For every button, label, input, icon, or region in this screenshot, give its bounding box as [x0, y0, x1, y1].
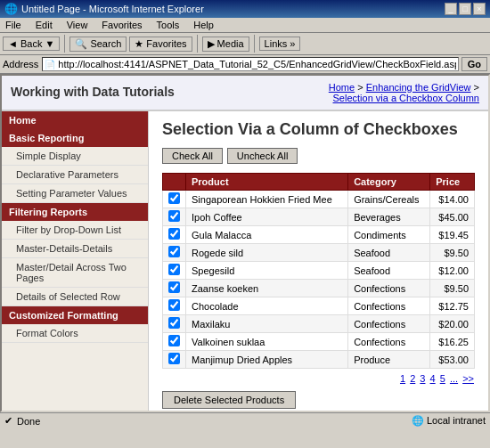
address-bar: Address 📄 Go: [0, 55, 490, 74]
search-button[interactable]: 🔍 Search: [69, 37, 127, 52]
row-product: Valkoinen suklaa: [186, 333, 348, 351]
nav-master-detail-two[interactable]: Master/Detail Across Two Pages: [2, 258, 148, 288]
row-product: Rogede sild: [186, 244, 348, 262]
site-title: Working with Data Tutorials: [11, 80, 175, 103]
page-4[interactable]: 4: [430, 373, 436, 384]
uncheck-all-button[interactable]: Uncheck All: [227, 148, 298, 164]
table-row: Zaanse koeken Confections $9.50: [163, 280, 475, 297]
delete-btn-container: Delete Selected Products: [162, 391, 475, 409]
row-checkbox[interactable]: [168, 246, 180, 257]
row-category: Beverages: [348, 208, 430, 226]
row-category: Condiments: [348, 226, 430, 244]
page-2[interactable]: 2: [410, 373, 415, 384]
col-header-price: Price: [430, 174, 475, 191]
table-row: Manjimup Dried Apples Produce $53.00: [163, 351, 475, 369]
row-checkbox-cell: [163, 208, 186, 226]
media-button[interactable]: ▶ Media: [202, 37, 249, 52]
breadcrumb-home[interactable]: Home: [329, 82, 355, 93]
page-3[interactable]: 3: [420, 373, 425, 384]
check-buttons-row: Check All Uncheck All: [162, 148, 475, 164]
row-checkbox[interactable]: [168, 299, 180, 311]
row-checkbox[interactable]: [168, 228, 180, 240]
status-done-icon: ✔: [4, 415, 12, 427]
maximize-button[interactable]: □: [459, 3, 471, 15]
row-price: $53.00: [430, 351, 475, 369]
menu-favorites[interactable]: Favorites: [99, 19, 144, 31]
row-category: Produce: [348, 351, 430, 369]
ie-logo: 🌐: [4, 3, 18, 15]
page-5[interactable]: 5: [440, 373, 445, 384]
menu-file[interactable]: File: [3, 19, 24, 31]
toolbar: ◄ Back ▼ 🔍 Search ★ Favorites ▶ Media Li…: [0, 33, 490, 55]
menu-help[interactable]: Help: [191, 19, 216, 31]
menu-tools[interactable]: Tools: [154, 19, 183, 31]
page-ellipsis[interactable]: ...: [450, 373, 458, 384]
row-category: Seafood: [348, 244, 430, 262]
col-header-checkbox: [163, 174, 186, 191]
nav-filter-dropdown[interactable]: Filter by Drop-Down List: [2, 221, 148, 240]
delete-selected-button[interactable]: Delete Selected Products: [162, 391, 296, 409]
page-header: Working with Data Tutorials Home > Enhan…: [2, 76, 488, 111]
nav-declarative-params[interactable]: Declarative Parameters: [2, 166, 148, 184]
table-row: Spegesild Seafood $12.00: [163, 262, 475, 280]
title-bar-controls[interactable]: _ □ ×: [445, 3, 486, 15]
row-category: Confections: [348, 280, 430, 297]
address-input-container[interactable]: 📄: [42, 57, 458, 71]
col-header-product: Product: [186, 174, 348, 191]
zone-icon: 🌐: [412, 415, 424, 426]
menu-view[interactable]: View: [64, 19, 91, 31]
right-content: Selection Via a Column of Checkboxes Che…: [149, 111, 488, 411]
products-table: Product Category Price Singaporean Hokki…: [162, 173, 475, 369]
page-1[interactable]: 1: [400, 373, 405, 384]
nav-section-formatting: Customized Formatting: [2, 306, 148, 324]
row-checkbox[interactable]: [168, 210, 180, 222]
table-row: Maxilaku Confections $20.00: [163, 315, 475, 333]
links-button[interactable]: Links »: [259, 37, 301, 51]
row-checkbox-cell: [163, 262, 186, 280]
title-bar-left: 🌐 Untitled Page - Microsoft Internet Exp…: [4, 3, 204, 15]
go-button[interactable]: Go: [461, 57, 487, 71]
page-next[interactable]: >>: [462, 373, 474, 384]
row-checkbox[interactable]: [168, 281, 180, 293]
address-text-input[interactable]: [58, 59, 455, 69]
favorites-button[interactable]: ★ Favorites: [129, 37, 192, 52]
page-heading: Selection Via a Column of Checkboxes: [162, 120, 475, 139]
nav-details-selected-row[interactable]: Details of Selected Row: [2, 288, 148, 306]
back-button[interactable]: ◄ Back ▼: [3, 37, 60, 51]
row-checkbox[interactable]: [168, 264, 180, 275]
breadcrumb-enhancing[interactable]: Enhancing the GridView: [366, 82, 471, 93]
check-all-button[interactable]: Check All: [162, 148, 223, 164]
row-checkbox[interactable]: [168, 353, 180, 364]
row-price: $16.25: [430, 333, 475, 351]
col-header-category: Category: [348, 174, 430, 191]
nav-setting-params[interactable]: Setting Parameter Values: [2, 184, 148, 203]
row-price: $9.50: [430, 280, 475, 297]
row-checkbox-cell: [163, 333, 186, 351]
row-checkbox-cell: [163, 297, 186, 315]
minimize-button[interactable]: _: [445, 3, 457, 15]
row-product: Zaanse koeken: [186, 280, 348, 297]
nav-simple-display[interactable]: Simple Display: [2, 147, 148, 166]
row-checkbox[interactable]: [168, 192, 180, 204]
nav-format-colors[interactable]: Format Colors: [2, 324, 148, 343]
row-checkbox[interactable]: [168, 335, 180, 346]
row-price: $12.00: [430, 262, 475, 280]
nav-master-details[interactable]: Master-Details-Details: [2, 240, 148, 258]
row-category: Seafood: [348, 262, 430, 280]
row-product: Chocolade: [186, 297, 348, 315]
address-label: Address: [3, 59, 38, 69]
nav-home[interactable]: Home: [2, 111, 148, 129]
menu-edit[interactable]: Edit: [33, 19, 55, 31]
pagination: 1 2 3 4 5 ... >>: [162, 373, 475, 384]
breadcrumb-current[interactable]: Selection via a Checkbox Column: [333, 93, 479, 103]
zone-text: Local intranet: [427, 415, 486, 426]
table-row: Chocolade Confections $12.75: [163, 297, 475, 315]
nav-section-basic-reporting: Basic Reporting: [2, 129, 148, 147]
row-checkbox[interactable]: [168, 317, 180, 329]
row-product: Spegesild: [186, 262, 348, 280]
row-checkbox-cell: [163, 244, 186, 262]
close-button[interactable]: ×: [473, 3, 486, 15]
toolbar-separator-2: [197, 35, 198, 53]
content-area: Home Basic Reporting Simple Display Decl…: [2, 111, 488, 411]
row-product: Manjimup Dried Apples: [186, 351, 348, 369]
